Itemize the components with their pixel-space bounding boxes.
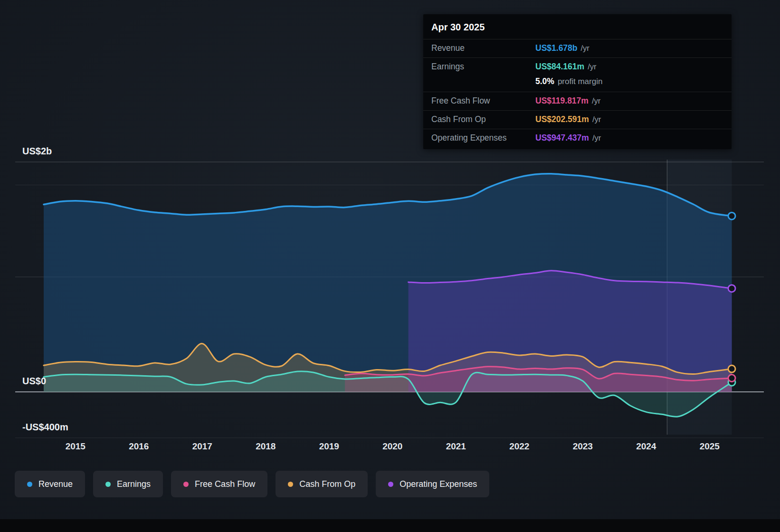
free-cash-flow-dot-icon — [183, 482, 189, 487]
legend-item-earnings[interactable]: Earnings — [93, 471, 163, 497]
tooltip-row-cash-from-op: Cash From Op US$202.591m /yr — [423, 110, 732, 129]
tooltip-row-operating-expenses: Operating Expenses US$947.437m /yr — [423, 129, 732, 147]
revenue-endpoint-marker — [728, 212, 735, 219]
tooltip-row-free-cash-flow: Free Cash Flow US$119.817m /yr — [423, 92, 732, 110]
x-axis-label-2021: 2021 — [446, 441, 466, 451]
x-axis-label-2022: 2022 — [509, 441, 529, 451]
operating-expenses-dot-icon — [388, 482, 393, 487]
legend-label: Cash From Op — [299, 479, 355, 489]
x-axis-label-2017: 2017 — [192, 441, 212, 451]
legend-label: Revenue — [38, 479, 73, 489]
legend-item-operating-expenses[interactable]: Operating Expenses — [376, 471, 489, 497]
x-axis-label-2024: 2024 — [636, 441, 656, 451]
legend-item-free-cash-flow[interactable]: Free Cash Flow — [171, 471, 267, 497]
cash-from-op-dot-icon — [288, 482, 293, 487]
tooltip-label-free-cash-flow: Free Cash Flow — [431, 96, 535, 106]
tooltip-value-operating-expenses: US$947.437m — [535, 133, 589, 143]
tooltip-date: Apr 30 2025 — [423, 14, 732, 39]
tooltip-label-operating-expenses: Operating Expenses — [431, 133, 535, 143]
legend-item-cash-from-op[interactable]: Cash From Op — [276, 471, 368, 497]
tooltip-label-earnings: Earnings — [431, 62, 535, 72]
x-axis-label-2025: 2025 — [700, 441, 720, 451]
tooltip-profit-margin: 5.0% profit margin — [423, 76, 732, 92]
tooltip-value-revenue: US$1.678b — [535, 43, 578, 53]
tooltip-suffix-cash-from-op: /yr — [592, 115, 601, 124]
legend-label: Earnings — [117, 479, 151, 489]
tooltip-value-cash-from-op: US$202.591m — [535, 114, 589, 124]
earnings-dot-icon — [105, 482, 111, 487]
cash-from-op-endpoint-marker — [728, 365, 735, 372]
x-axis-label-2018: 2018 — [256, 441, 276, 451]
legend-label: Operating Expenses — [400, 479, 477, 489]
revenue-dot-icon — [27, 482, 32, 487]
legend: RevenueEarningsFree Cash FlowCash From O… — [15, 471, 489, 497]
profit-margin-value: 5.0% — [535, 76, 554, 86]
tooltip-label-revenue: Revenue — [431, 43, 535, 53]
legend-item-revenue[interactable]: Revenue — [15, 471, 85, 497]
bottom-bar — [0, 519, 780, 532]
y-axis-label-us-2b: US$2b — [22, 146, 52, 156]
x-axis-label-2020: 2020 — [382, 441, 402, 451]
x-axis-label-2016: 2016 — [129, 441, 149, 451]
y-axis-label--us-400m: -US$400m — [22, 422, 68, 432]
chart-tooltip: Apr 30 2025 Revenue US$1.678b /yr Earnin… — [423, 14, 732, 149]
tooltip-suffix-free-cash-flow: /yr — [592, 96, 600, 105]
tooltip-row-revenue: Revenue US$1.678b /yr — [423, 39, 732, 57]
tooltip-row-earnings: Earnings US$84.161m /yr — [423, 57, 732, 76]
free-cash-flow-endpoint-marker — [728, 375, 735, 382]
legend-label: Free Cash Flow — [195, 479, 255, 489]
tooltip-value-earnings: US$84.161m — [535, 62, 584, 72]
profit-margin-text: profit margin — [558, 77, 602, 86]
financial-chart-page: US$2bUS$0-US$400m20152016201720182019202… — [0, 0, 780, 532]
tooltip-suffix-operating-expenses: /yr — [592, 133, 601, 142]
x-axis-label-2019: 2019 — [319, 441, 339, 451]
x-axis-label-2015: 2015 — [66, 441, 86, 451]
y-axis-label-us-0: US$0 — [22, 376, 46, 386]
tooltip-suffix-revenue: /yr — [581, 44, 590, 53]
tooltip-value-free-cash-flow: US$119.817m — [535, 96, 589, 106]
tooltip-label-cash-from-op: Cash From Op — [431, 114, 535, 124]
operating-expenses-endpoint-marker — [728, 285, 735, 292]
tooltip-suffix-earnings: /yr — [588, 62, 596, 71]
x-axis-label-2023: 2023 — [573, 441, 593, 451]
